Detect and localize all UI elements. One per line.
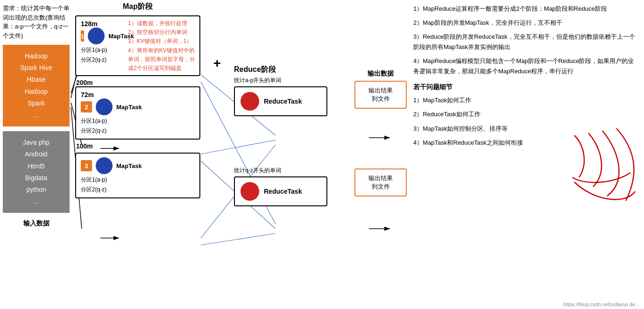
- map-section: Map阶段 128m 1 MapTask 分区1(a-p) 分区2(q-z) 1…: [72, 0, 203, 309]
- plus-sign: +: [213, 56, 221, 71]
- orange-line-5: Spark: [7, 98, 66, 109]
- reduce-title: Reduce阶段: [234, 65, 350, 75]
- map-task-2-size-72: 72m: [81, 91, 195, 98]
- reduce-label-1: 统计a-p开头的单词: [234, 77, 350, 84]
- reduce-task-label-1: ReduceTask: [264, 98, 302, 105]
- reduce-spacer: [234, 120, 350, 167]
- orange-line-3: Hbase: [7, 74, 66, 85]
- watermark: https://blog.csdn.net/yidianyi de...: [563, 302, 639, 307]
- map-inst-4: 4）将所有的KV键值对中的单词，按照单词首字母，分成2个分区溢写到磁盘: [128, 46, 196, 73]
- orange-line-4: Hadoop: [7, 86, 66, 98]
- map-task-box-3: 3 MapTask 分区1(a-p) 分区2(q-z): [75, 153, 200, 198]
- map-task-2-size-100: 100m: [76, 142, 200, 150]
- input-label: 输入数据: [3, 219, 70, 228]
- section2-title: 若干问题细节: [413, 82, 639, 93]
- gray-data-box: Java php Android Html5 Bigdata python …: [3, 131, 70, 213]
- reduce-circle-1: [241, 92, 259, 111]
- detail-4: 4）MapTask和ReduceTask之间如何衔接: [413, 138, 639, 148]
- detail-2: 2）ReduceTask如何工作: [413, 109, 639, 119]
- map-task-1-row: 1 MapTask: [81, 28, 125, 44]
- note-4: 4）MapReduce编程模型只能包含一个Map阶段和一个Reduce阶段，如果…: [413, 56, 639, 77]
- gray-line-3: Html5: [7, 161, 66, 172]
- output-title: 输出数据: [354, 70, 407, 78]
- map-badge-3: 3: [81, 160, 92, 171]
- orange-line-2: Spark Hive: [7, 62, 66, 74]
- map-inst-1: 1）读数据，并按行处理: [128, 19, 196, 28]
- detail-3: 3）MapTask如何控制分区、排序等: [413, 124, 639, 134]
- map-task-2-partition2: 分区2(q-z): [81, 127, 195, 135]
- note-1: 1）MapReduce运算程序一般需要分成2个阶段：Map阶段和Reduce阶段: [413, 4, 639, 14]
- map-task-box-1: 128m 1 MapTask 分区1(a-p) 分区2(q-z) 1）读数据，并…: [75, 15, 200, 76]
- map-task-2-label: MapTask: [116, 104, 142, 111]
- right-panel: 1）MapReduce运算程序一般需要分成2个阶段：Map阶段和Reduce阶段…: [409, 0, 644, 309]
- map-task-2-wrapper: 200m 72m 2 MapTask 分区1(a-p) 分区2(q-z) 100…: [75, 79, 200, 150]
- reduce-label-2: 统计q-z开头的单词: [234, 167, 350, 175]
- output-file-2: 输出结果到文件: [354, 169, 407, 197]
- reduce-section: Reduce阶段 统计a-p开头的单词 ReduceTask 统计q-z开头的单…: [231, 0, 353, 309]
- map-task-3-partition2: 分区2(q-z): [81, 186, 195, 194]
- note-3: 3）Reduce阶段的并发ReduceTask，完全互不相干，但是他们的数据依赖…: [413, 32, 639, 52]
- orange-line-6: …: [7, 109, 66, 121]
- map-task-3-label: MapTask: [116, 162, 142, 169]
- map-task-1-size: 128m: [81, 20, 125, 28]
- map-inst-2: 2）按空格切分行内单词: [128, 28, 196, 37]
- map-task-1-partition2: 分区2(q-z): [81, 56, 125, 64]
- input-description: 需求：统计其中每一个单词出现的总次数(查询结果：a-p一个文件，q-z一个文件): [3, 4, 70, 40]
- output-section: 输出数据 输出结果到文件 输出结果到文件: [353, 0, 409, 309]
- orange-line-1: Hadoop: [7, 50, 66, 62]
- detail-1: 1）MapTask如何工作: [413, 95, 639, 105]
- map-task-box-2: 72m 2 MapTask 分区1(a-p) 分区2(q-z): [75, 86, 200, 140]
- connector-area: +: [203, 0, 231, 309]
- gray-line-2: Android: [7, 148, 66, 160]
- gray-line-6: …: [7, 196, 66, 207]
- map-instructions: 1）读数据，并按行处理 2）按空格切分行内单词 3）KV键值对（单词，1） 4）…: [128, 19, 196, 73]
- map-task-1-content: 128m 1 MapTask 分区1(a-p) 分区2(q-z): [81, 20, 125, 64]
- map-inst-3: 3）KV键值对（单词，1）: [128, 37, 196, 46]
- gray-line-1: Java php: [7, 137, 66, 148]
- output-spacer: [354, 112, 407, 169]
- map-task-3-row: 3 MapTask: [81, 157, 195, 174]
- map-badge-2: 2: [81, 101, 92, 112]
- reduce-task-box-2: ReduceTask: [234, 176, 327, 206]
- map-circle-1: [88, 28, 105, 44]
- reduce-circle-2: [241, 182, 259, 201]
- map-task-3-partition1: 分区1(a-p): [81, 176, 195, 184]
- map-title: Map阶段: [75, 2, 200, 12]
- orange-data-box: Hadoop Spark Hive Hbase Hadoop Spark …: [3, 45, 70, 126]
- reduce-task-label-2: ReduceTask: [264, 188, 302, 195]
- reduce-task-box-1: ReduceTask: [234, 86, 327, 116]
- output-file-1: 输出结果到文件: [354, 81, 407, 109]
- map-task-1-partition1: 分区1(a-p): [81, 46, 125, 54]
- main-container: 需求：统计其中每一个单词出现的总次数(查询结果：a-p一个文件，q-z一个文件)…: [0, 0, 644, 309]
- gray-line-5: python: [7, 184, 66, 196]
- note-2: 2）Map阶段的并发MapTask，完全并行运行，互不相干: [413, 18, 639, 28]
- map-task-2-partition1: 分区1(a-p): [81, 117, 195, 125]
- map-circle-2: [96, 98, 113, 115]
- map-badge-1: 1: [81, 30, 84, 42]
- map-task-2-row: 2 MapTask: [81, 98, 195, 115]
- map-task-2-size-200: 200m: [76, 79, 200, 86]
- left-panel: 需求：统计其中每一个单词出现的总次数(查询结果：a-p一个文件，q-z一个文件)…: [0, 0, 72, 309]
- map-circle-3: [96, 157, 113, 174]
- gray-line-4: Bigdata: [7, 172, 66, 184]
